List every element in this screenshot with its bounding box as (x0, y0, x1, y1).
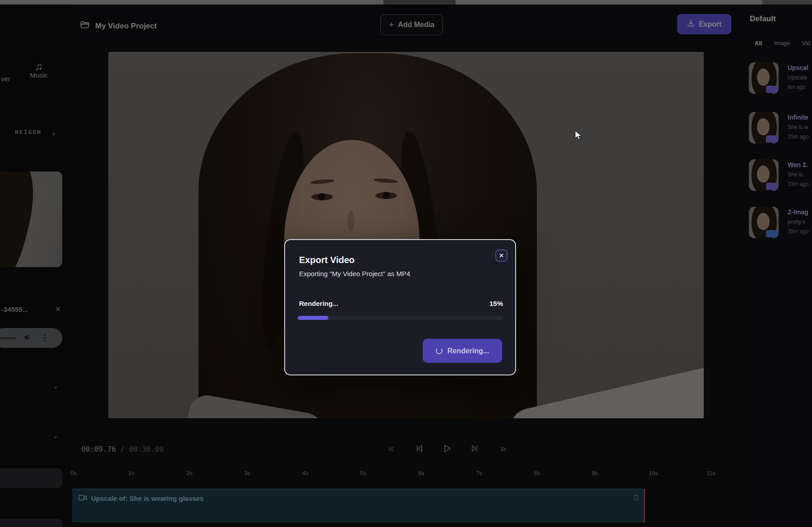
render-percent: 15% (489, 300, 503, 307)
mouse-cursor (574, 130, 584, 143)
close-icon: ✕ (499, 252, 504, 259)
progress-bar (298, 316, 503, 320)
export-video-modal: Export Video Exporting "My Video Project… (284, 239, 516, 375)
rendering-button[interactable]: Rendering... (423, 339, 502, 363)
close-button[interactable]: ✕ (495, 250, 508, 262)
render-status-label: Rendering... (299, 300, 338, 307)
modal-title: Export Video (299, 255, 355, 265)
modal-subtitle: Exporting "My Video Project" as MP4 (299, 270, 410, 277)
video-editor-app: My Video Project + Add Media Export ver … (0, 0, 812, 527)
progress-fill (298, 316, 328, 320)
rendering-button-label: Rendering... (448, 347, 489, 355)
spinner-icon (436, 347, 443, 354)
